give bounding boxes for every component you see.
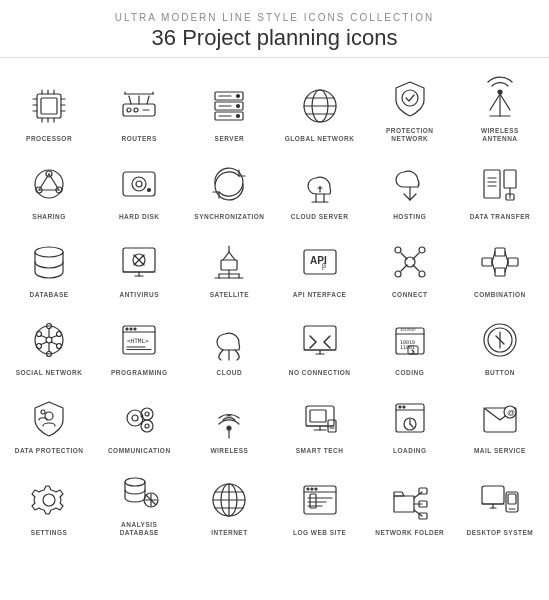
svg-point-172 (43, 494, 55, 506)
icon-global-network: GLOBAL NETWORK (274, 66, 364, 148)
svg-rect-61 (504, 170, 516, 188)
icon-log-web-site: LOG WEB SITE (274, 460, 364, 542)
svg-rect-79 (221, 260, 237, 270)
icon-desktop-system: DESKTOP SYSTEM (455, 460, 545, 542)
label-hosting: HOSTING (393, 213, 426, 221)
svg-point-187 (307, 488, 309, 490)
label-analysis-database: ANALYSIS DATABASE (103, 521, 175, 538)
svg-point-189 (315, 488, 317, 490)
icon-data-transfer: DATA TRANSFER (455, 148, 545, 226)
label-server: SERVER (215, 135, 245, 143)
label-api-interface: API NTERFACE (293, 291, 347, 299)
svg-rect-51 (123, 172, 155, 196)
svg-line-102 (492, 262, 495, 272)
icon-hard-disk: HARD DISK (94, 148, 184, 226)
svg-point-54 (148, 189, 151, 192)
svg-line-115 (51, 336, 57, 339)
label-routers: ROUTERS (122, 135, 157, 143)
svg-rect-99 (495, 268, 505, 276)
icon-coding: 10100101001011001 CODING (365, 304, 455, 382)
label-log-web-site: LOG WEB SITE (293, 529, 346, 537)
svg-line-96 (413, 265, 419, 271)
header-subtitle: ultra modern line style icons collection (0, 12, 549, 23)
svg-line-77 (223, 252, 229, 260)
svg-line-18 (129, 96, 131, 104)
icon-routers: ROUTERS (94, 66, 184, 148)
icon-server: SERVER (184, 66, 274, 148)
svg-line-43 (500, 94, 510, 110)
icon-network-folder: NETWORK FOLDER (365, 460, 455, 542)
svg-rect-62 (484, 170, 500, 198)
svg-point-27 (237, 95, 240, 98)
icon-processor: PROCESSOR (4, 66, 94, 148)
label-database: DATABASE (30, 291, 69, 299)
svg-point-92 (419, 271, 425, 277)
svg-text:<HTML>: <HTML> (127, 337, 149, 344)
icon-combination: COMBINATION (455, 226, 545, 304)
svg-text:β: β (322, 262, 326, 270)
icon-protection-network: PROTECTION NETWORK (365, 66, 455, 148)
label-wireless-antenna: WIRELESS ANTENNA (464, 127, 536, 144)
svg-point-152 (227, 426, 231, 430)
svg-line-104 (505, 262, 508, 272)
label-data-transfer: DATA TRANSFER (470, 213, 531, 221)
svg-point-146 (141, 420, 153, 432)
svg-line-194 (414, 492, 422, 498)
icon-antivirus: ANTIVIRUS (94, 226, 184, 304)
label-antivirus: ANTIVIRUS (119, 291, 159, 299)
label-data-protection: DATA PROTECTION (15, 447, 84, 455)
svg-rect-1 (41, 98, 57, 114)
label-internet: INTERNET (211, 529, 248, 537)
icon-synchronization: SYNCHRONIZATION (184, 148, 274, 226)
icon-wireless-antenna: WIRELESS ANTENNA (455, 66, 545, 148)
svg-line-20 (147, 96, 149, 104)
label-button: BUTTON (485, 369, 515, 377)
svg-rect-128 (304, 326, 336, 350)
icon-communication: COMMUNICATION (94, 382, 184, 460)
svg-point-29 (237, 115, 240, 118)
svg-rect-98 (495, 248, 505, 256)
label-no-connection: NO CONNECTION (289, 369, 351, 377)
svg-point-89 (395, 247, 401, 253)
svg-line-101 (492, 252, 495, 262)
svg-point-145 (141, 408, 153, 420)
label-smart-tech: SMART TECH (296, 447, 344, 455)
label-synchronization: SYNCHRONIZATION (194, 213, 264, 221)
icon-mail-service: @ MAIL SERVICE (455, 382, 545, 460)
icon-no-connection: NO CONNECTION (274, 304, 364, 382)
label-desktop-system: DESKTOP SYSTEM (467, 529, 534, 537)
label-programming: PROGRAMMING (111, 369, 167, 377)
svg-line-49 (49, 174, 59, 190)
svg-point-68 (35, 247, 63, 257)
svg-line-95 (401, 265, 407, 271)
label-network-folder: NETWORK FOLDER (375, 529, 444, 537)
label-mail-service: MAIL SERVICE (474, 447, 526, 455)
svg-point-53 (136, 181, 142, 187)
label-sharing: SHARING (32, 213, 65, 221)
icons-grid: PROCESSOR ROUTERS SERVER GLOBAL NETWORK … (0, 58, 549, 550)
svg-line-103 (505, 252, 508, 262)
svg-line-93 (401, 253, 407, 259)
icon-programming: <HTML> PROGRAMMING (94, 304, 184, 382)
svg-point-167 (399, 406, 401, 408)
svg-line-94 (413, 253, 419, 259)
icon-analysis-database: ANALYSIS DATABASE (94, 460, 184, 542)
svg-rect-200 (482, 486, 504, 504)
label-communication: COMMUNICATION (108, 447, 171, 455)
svg-rect-206 (508, 494, 516, 504)
svg-point-90 (419, 247, 425, 253)
svg-point-15 (127, 108, 131, 112)
svg-point-38 (402, 90, 418, 106)
svg-line-117 (51, 342, 57, 345)
svg-line-116 (41, 342, 47, 345)
label-settings: SETTINGS (31, 529, 68, 537)
svg-point-124 (134, 328, 136, 330)
icon-satellite: SATELLITE (184, 226, 274, 304)
svg-point-122 (126, 328, 128, 330)
svg-point-52 (132, 177, 146, 191)
label-protection-network: PROTECTION NETWORK (374, 127, 446, 144)
icon-loading: LOADING (365, 382, 455, 460)
header-title: 36 Project planning icons (0, 25, 549, 51)
label-social-network: SOCIAL NETWORK (16, 369, 83, 377)
icon-sharing: SHARING (4, 148, 94, 226)
